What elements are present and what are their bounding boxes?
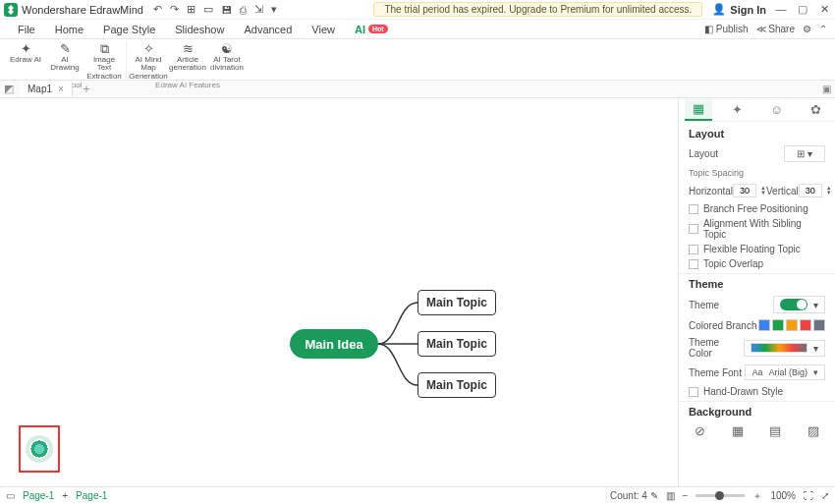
ribbon-edraw-ai[interactable]: ✦Edraw AI [8,41,43,81]
horizontal-input[interactable] [733,184,756,197]
panel-tab-layout[interactable]: ▦ [685,98,712,121]
font-selector[interactable]: Aa Arial (Big) ▾ [745,364,825,380]
share-button[interactable]: ≪ Share [756,24,795,34]
menu-home[interactable]: Home [45,21,93,38]
maximize-icon[interactable]: ▢ [796,3,809,16]
theme-color-picker[interactable]: ▾ [744,340,825,357]
panel-tab-tag[interactable]: ☺ [762,99,791,120]
sparkle-icon: ✦ [21,41,31,55]
redo-icon[interactable]: ↷ [170,3,179,16]
trial-banner[interactable]: The trial period has expired. Upgrade to… [373,2,702,17]
bg-option-color[interactable]: ▦ [732,423,744,438]
bg-option-image[interactable]: ▤ [769,423,781,438]
layout-label: Layout [689,148,718,159]
page-indicator[interactable]: Page-1 [23,490,54,501]
check-hand-drawn[interactable]: Hand-Drawn Style [689,386,825,397]
zoom-slider[interactable] [696,494,745,497]
more-icon[interactable]: ▾ [271,3,277,16]
close-icon[interactable]: ✕ [817,3,831,16]
zoom-plus[interactable]: ＋ [752,489,762,503]
menu-page-style[interactable]: Page Style [93,21,165,38]
minimize-icon[interactable]: — [774,3,788,16]
node-topic-2[interactable]: Main Topic [418,331,496,357]
prev-page-icon[interactable]: + [62,490,68,501]
menu-file[interactable]: File [8,21,45,38]
assistant-icon [29,439,49,459]
zoom-value: 100% [770,490,796,501]
check-alignment-sibling[interactable]: Alignment With Sibling Topic [689,218,825,240]
article-icon: ≋ [183,41,194,55]
new-icon[interactable]: ⊞ [187,3,195,16]
check-branch-free[interactable]: Branch Free Positioning [689,203,825,214]
panel-tab-style[interactable]: ✦ [724,99,751,120]
layout-selector[interactable]: ⊞ ▾ [784,145,825,162]
colored-branch-label: Colored Branch [689,320,756,331]
tarot-icon: ☯ [221,41,233,55]
count-label: Count: 4 ✎ [610,490,658,501]
settings-icon[interactable]: ⚙ [803,24,811,34]
menu-advanced[interactable]: Advanced [234,21,302,38]
share-label: Share [768,24,795,34]
assistant-widget[interactable] [19,425,60,473]
zoom-minus[interactable]: − [683,490,689,501]
doc-tab-label: Map1 [28,84,52,94]
vertical-label: Vertical [766,186,799,196]
branch-swatches[interactable] [758,319,825,331]
open-icon[interactable]: ▭ [203,3,213,16]
vertical-spinner[interactable]: ▲▼ [799,184,832,197]
menu-ai-label: AI [355,24,365,35]
add-tab-button[interactable]: ＋ [73,79,100,99]
ribbon-group-smart-tool: ✦Edraw AI ✎AI Drawing ⧉Image Text Extrac… [4,41,127,81]
theme-font-label: Theme Font [689,367,742,378]
font-value: Arial (Big) [768,367,807,377]
mindmap-icon: ✧ [143,41,154,55]
menu-slideshow[interactable]: Slideshow [165,21,234,38]
check-flexible-floating[interactable]: Flexible Floating Topic [689,244,825,254]
layout-title: Layout [689,128,825,140]
theme-selector[interactable]: ▾ [773,296,825,313]
ribbon-ai-mindmap[interactable]: ✧AI Mind Map Generation [131,41,166,81]
export-icon[interactable]: ⇲ [254,3,263,16]
ribbon-article-gen[interactable]: ≋Article generation [170,41,205,81]
close-tab-icon[interactable]: × [58,84,64,94]
fit-icon[interactable]: ⛶ [804,490,813,501]
node-topic-1[interactable]: Main Topic [418,290,496,315]
doc-tab-icon: ◩ [4,83,14,95]
panel-tab-more[interactable]: ✿ [803,99,829,120]
undo-icon[interactable]: ↶ [153,3,162,16]
menu-ai[interactable]: AI Hot [345,21,398,38]
background-title: Background [689,406,825,418]
doc-tab-map1[interactable]: Map1 × [20,82,73,96]
menu-view[interactable]: View [302,21,345,38]
theme-title: Theme [689,278,825,290]
canvas[interactable]: Main Idea Main Topic Main Topic Main Top… [0,98,678,486]
ribbon-tarot[interactable]: ☯AI Tarot divination [209,41,245,81]
check-topic-overlap[interactable]: Topic Overlap [689,258,825,269]
horizontal-spinner[interactable]: ▲▼ [733,184,766,197]
publish-label: Publish [716,24,749,34]
ribbon-group-ai-features: ✧AI Mind Map Generation ≋Article generat… [127,41,249,81]
collapse-ribbon-icon[interactable]: ⌃ [819,24,827,34]
view-icon[interactable]: ▥ [666,490,675,501]
signin-button[interactable]: 👤 Sign In [712,3,766,16]
node-topic-3[interactable]: Main Topic [418,372,496,398]
ribbon-image-text-extraction[interactable]: ⧉Image Text Extraction [86,41,122,81]
fullscreen-icon[interactable]: ⤢ [821,490,829,501]
theme-color-label: Theme Color [689,337,744,359]
hot-badge: Hot [368,25,388,33]
theme-label: Theme [689,300,719,310]
save-icon[interactable]: 💾︎ [221,4,232,16]
print-icon[interactable]: ⎙ [240,4,247,16]
page-2[interactable]: Page-1 [76,490,107,501]
bg-option-none[interactable]: ⊘ [695,423,705,438]
node-main-idea[interactable]: Main Idea [290,329,378,359]
vertical-input[interactable] [799,184,822,197]
outline-icon[interactable]: ▭ [6,490,15,501]
bg-option-pattern[interactable]: ▨ [807,423,819,438]
pencil-icon: ✎ [60,41,71,55]
publish-button[interactable]: ◧ Publish [704,24,749,34]
ribbon-ai-drawing[interactable]: ✎AI Drawing [47,41,83,81]
signin-label: Sign In [730,4,766,16]
tab-layout-icon[interactable]: ▣ [822,84,831,94]
spacing-title: Topic Spacing [689,168,825,178]
